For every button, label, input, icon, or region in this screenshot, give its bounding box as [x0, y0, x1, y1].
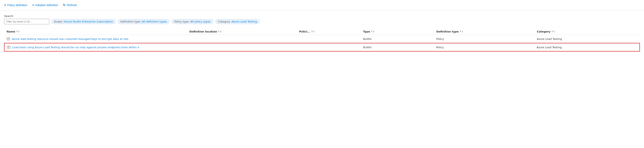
row-2-category: Azure Load Testing: [536, 46, 637, 49]
col-header-name[interactable]: Name ↑↓: [6, 30, 189, 33]
col-definition-location-label: Definition location: [189, 30, 217, 33]
col-definition-type-sort-icon: ↑↓: [460, 30, 463, 33]
row-1-name-link[interactable]: Azure load testing resource should use c…: [6, 37, 189, 41]
col-name-sort-icon: ↑↓: [16, 30, 20, 33]
initiative-definition-label: Initiative definition: [35, 3, 58, 7]
category-chip-value: Azure Load Testing: [232, 20, 257, 23]
row-1-type: BuiltIn: [363, 37, 436, 40]
definition-type-chip-value: All definition types: [142, 20, 167, 23]
col-header-category[interactable]: Category ↑↓: [537, 30, 638, 33]
col-category-label: Category: [537, 30, 550, 33]
policy-definition-button[interactable]: + Policy definition: [4, 2, 27, 8]
initiative-definition-button[interactable]: + Initiative definition: [32, 2, 58, 8]
row-2-name-link[interactable]: Load tests using Azure Load Testing shou…: [7, 45, 190, 49]
col-policies-label: Polici...: [299, 30, 310, 33]
col-name-label: Name: [6, 30, 15, 33]
category-chip-label: Category: [218, 20, 230, 23]
category-filter-chip[interactable]: Category : Azure Load Testing: [216, 19, 260, 24]
table-container: Name ↑↓ Definition location ↑↓ Polici...…: [4, 28, 640, 52]
row-2-definition-type: Policy: [436, 46, 537, 49]
row-2-policy-icon: [7, 45, 11, 49]
col-header-type[interactable]: Type ↑↓: [363, 30, 436, 33]
scope-filter-chip[interactable]: Scope : Visual Studio Enterprise Subscri…: [51, 19, 116, 24]
scope-chip-label: Scope: [54, 20, 62, 23]
table-row[interactable]: Load tests using Azure Load Testing shou…: [4, 43, 640, 52]
col-type-label: Type: [363, 30, 370, 33]
filters-row: Scope : Visual Studio Enterprise Subscri…: [4, 19, 640, 24]
col-definition-type-label: Definition type: [436, 30, 459, 33]
col-category-sort-icon: ↑↓: [551, 30, 555, 33]
search-input[interactable]: [4, 19, 49, 24]
main-content: Search Scope : Visual Studio Enterprise …: [0, 10, 644, 56]
search-label: Search: [4, 14, 640, 18]
row-1-policy-icon: [6, 37, 10, 41]
table-header: Name ↑↓ Definition location ↑↓ Polici...…: [4, 28, 640, 35]
col-header-policies[interactable]: Polici... ↑↓: [299, 30, 363, 33]
policy-type-chip-value: All policy types: [190, 20, 210, 23]
col-header-definition-location[interactable]: Definition location ↑↓: [189, 30, 299, 33]
row-2-name-text: Load tests using Azure Load Testing shou…: [12, 46, 139, 49]
col-header-definition-type[interactable]: Definition type ↑↓: [436, 30, 537, 33]
table-row[interactable]: Azure load testing resource should use c…: [4, 35, 640, 43]
col-policies-sort-icon: ↑↓: [311, 30, 315, 33]
policy-definition-label: Policy definition: [7, 3, 27, 7]
policy-type-chip-label: Policy type: [174, 20, 189, 23]
row-1-definition-type: Policy: [436, 37, 537, 40]
toolbar: + Policy definition + Initiative definit…: [0, 0, 644, 10]
search-section: Search Scope : Visual Studio Enterprise …: [4, 14, 640, 24]
col-type-sort-icon: ↑↓: [371, 30, 374, 33]
row-2-name-cell: Load tests using Azure Load Testing shou…: [7, 45, 190, 49]
scope-chip-value: Visual Studio Enterprise Subscription: [64, 20, 113, 23]
row-1-name-text: Azure load testing resource should use c…: [12, 37, 128, 40]
policy-type-filter-chip[interactable]: Policy type : All policy types: [172, 19, 213, 24]
refresh-button[interactable]: ↻ Refresh: [63, 2, 77, 8]
definition-type-filter-chip[interactable]: Definition type : All definition types: [118, 19, 170, 24]
refresh-icon: ↻: [63, 3, 66, 7]
row-1-name-cell: Azure load testing resource should use c…: [6, 37, 189, 41]
plus-icon-2: +: [32, 3, 34, 7]
refresh-label: Refresh: [67, 3, 77, 7]
plus-icon: +: [4, 3, 6, 7]
col-definition-location-sort-icon: ↑↓: [218, 30, 222, 33]
definition-type-chip-label: Definition type: [120, 20, 140, 23]
row-2-type: BuiltIn: [363, 46, 436, 49]
row-1-category: Azure Load Testing: [537, 37, 638, 40]
